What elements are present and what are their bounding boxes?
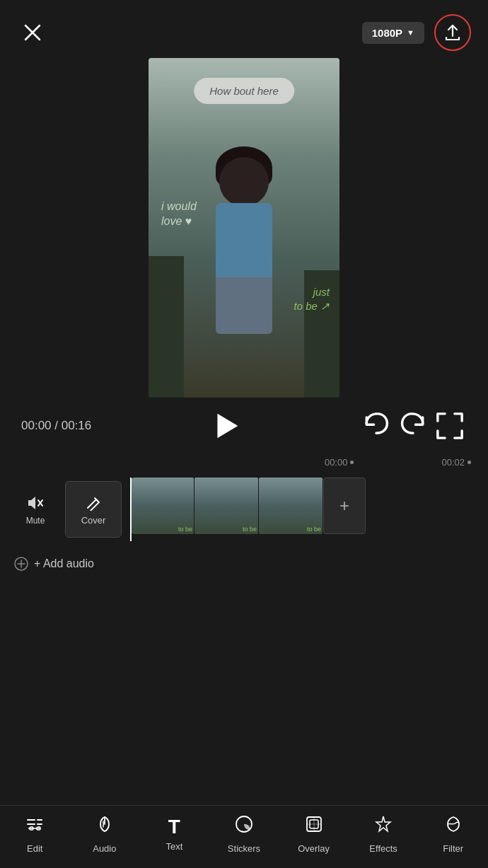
char-legs [216,277,272,334]
video-frame: How bout here i wouldlove ♥ justto be ↗ [149,58,339,398]
toolbar-stickers[interactable]: Stickers [219,814,269,854]
character [187,157,301,341]
bottom-toolbar: Edit Audio T Text Stickers [0,805,488,868]
playback-controls: 00:00 / 00:16 [0,398,488,454]
ruler-dot-1 [350,461,354,464]
cover-edit-icon [85,494,102,511]
effects-label: Effects [369,843,397,854]
timeline-track: to be to be to be + [130,478,488,541]
toolbar-edit[interactable]: Edit [10,814,59,854]
undo-button[interactable] [359,409,393,443]
stickers-label: Stickers [228,843,260,854]
mute-label: Mute [26,516,45,526]
svg-marker-20 [376,816,390,831]
video-strip-3: to be [259,478,323,534]
overlay-label: Overlay [298,843,330,854]
audio-label: Audio [93,843,116,854]
resolution-label: 1080P [372,27,402,39]
mute-icon [25,493,45,513]
video-preview-container: How bout here i wouldlove ♥ justto be ↗ [0,58,488,398]
svg-marker-2 [217,414,238,439]
resolution-arrow-icon: ▼ [407,28,414,37]
speech-bubble: How bout here [194,78,294,104]
close-button[interactable] [17,17,48,48]
toolbar-filter[interactable]: Filter [429,814,478,854]
video-strip-2: to be [194,478,258,534]
top-right-controls: 1080P ▼ [362,14,471,51]
text-icon: T [168,817,180,837]
toolbar-effects[interactable]: Effects [359,814,408,854]
effects-icon [373,814,393,839]
cover-label: Cover [81,515,106,526]
filter-label: Filter [443,843,463,854]
timeline-ruler: 00:00 00:02 [0,454,488,470]
stickers-icon [234,814,254,839]
edit-icon [25,814,45,839]
ruler-dot-2 [467,461,471,464]
toolbar-text[interactable]: T Text [149,817,199,852]
timeline-tools: Mute [14,493,57,526]
current-time: 00:00 [21,419,52,432]
text-label: Text [165,841,182,852]
add-clip-button[interactable]: + [323,478,366,534]
video-background: How bout here i wouldlove ♥ justto be ↗ [149,58,339,398]
char-body [216,203,272,281]
ruler-mark-1: 00:00 [325,457,348,468]
toolbar-overlay[interactable]: Overlay [289,814,339,854]
cover-button[interactable]: Cover [65,481,122,538]
time-separator: / [54,419,61,432]
add-audio-button[interactable]: + Add audio [0,548,488,579]
fullscreen-button[interactable] [433,409,467,443]
right-controls [359,409,467,443]
tree-left [149,256,184,398]
add-audio-icon [14,557,28,571]
ruler-mark-2: 00:02 [441,457,465,468]
filter-icon [443,814,463,839]
edit-label: Edit [27,843,42,854]
time-display: 00:00 / 00:16 [21,419,91,433]
strip-thumbnail-2: to be [194,478,258,534]
strip-thumbnail-3: to be [259,478,323,534]
overlay-icon [304,814,324,839]
video-strip-1: to be [130,478,194,534]
add-audio-label: + Add audio [34,557,94,570]
top-bar: 1080P ▼ [0,0,488,58]
strip-thumbnail-1: to be [130,478,194,534]
mute-tool[interactable]: Mute [25,493,45,526]
playhead [130,478,132,541]
center-controls [207,407,244,444]
toolbar-audio[interactable]: Audio [80,814,129,854]
total-time: 00:16 [62,419,92,432]
play-button[interactable] [207,407,244,444]
redo-button[interactable] [396,409,430,443]
audio-icon [95,814,115,839]
char-head [219,157,269,207]
video-strips: to be to be to be + [130,478,488,534]
timeline-area: Mute Cover to be to be to b [0,470,488,548]
resolution-button[interactable]: 1080P ▼ [362,22,424,44]
export-button[interactable] [434,14,471,51]
